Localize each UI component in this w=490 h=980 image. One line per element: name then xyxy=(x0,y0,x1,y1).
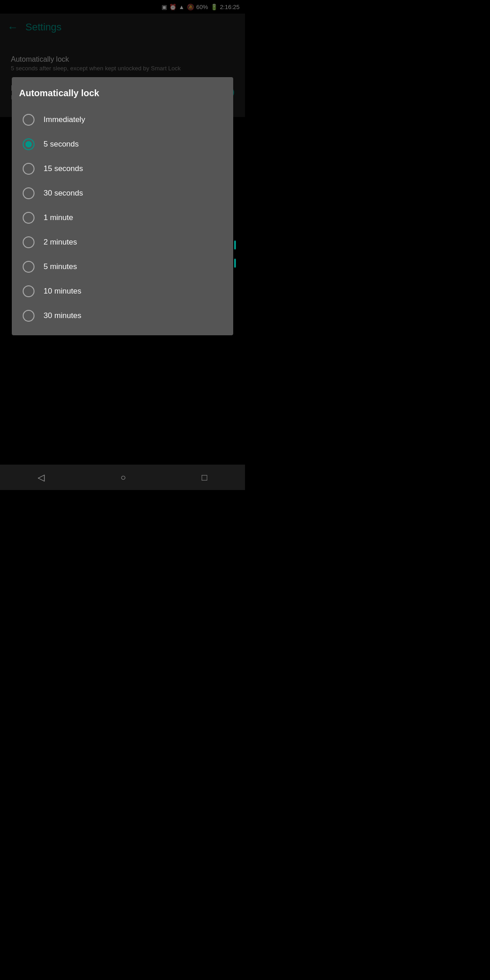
nav-home-button[interactable]: ○ xyxy=(120,472,126,483)
radio-circle-5seconds xyxy=(23,138,34,150)
radio-option-1minute[interactable]: 1 minute xyxy=(19,206,226,230)
bottom-nav: ◁ ○ □ xyxy=(0,465,245,490)
radio-circle-2minutes xyxy=(23,236,34,248)
radio-label-5seconds: 5 seconds xyxy=(44,140,79,149)
radio-option-30seconds[interactable]: 30 seconds xyxy=(19,181,226,206)
radio-label-2minutes: 2 minutes xyxy=(44,238,77,247)
radio-option-15seconds[interactable]: 15 seconds xyxy=(19,157,226,181)
radio-label-5minutes: 5 minutes xyxy=(44,262,77,271)
auto-lock-dialog: Automatically lock Immediately5 seconds1… xyxy=(12,77,233,335)
radio-circle-immediately xyxy=(23,114,34,126)
radio-label-immediately: Immediately xyxy=(44,115,85,124)
radio-option-30minutes[interactable]: 30 minutes xyxy=(19,304,226,328)
radio-label-15seconds: 15 seconds xyxy=(44,164,83,173)
radio-circle-30minutes xyxy=(23,310,34,322)
scroll-indicator-2 xyxy=(234,259,236,268)
dialog-title: Automatically lock xyxy=(19,88,226,98)
nav-recents-button[interactable]: □ xyxy=(201,472,207,483)
nav-back-button[interactable]: ◁ xyxy=(38,472,44,483)
radio-circle-10minutes xyxy=(23,285,34,297)
radio-option-5minutes[interactable]: 5 minutes xyxy=(19,255,226,279)
radio-option-10minutes[interactable]: 10 minutes xyxy=(19,279,226,304)
radio-circle-1minute xyxy=(23,212,34,224)
radio-option-immediately[interactable]: Immediately xyxy=(19,108,226,132)
radio-options-list: Immediately5 seconds15 seconds30 seconds… xyxy=(19,108,226,328)
radio-circle-30seconds xyxy=(23,187,34,199)
radio-label-1minute: 1 minute xyxy=(44,213,73,222)
radio-label-30minutes: 30 minutes xyxy=(44,311,81,320)
radio-option-5seconds[interactable]: 5 seconds xyxy=(19,132,226,157)
radio-label-30seconds: 30 seconds xyxy=(44,189,83,198)
radio-circle-5minutes xyxy=(23,261,34,273)
radio-circle-15seconds xyxy=(23,163,34,175)
scroll-indicator-1 xyxy=(234,240,236,250)
radio-option-2minutes[interactable]: 2 minutes xyxy=(19,230,226,255)
radio-label-10minutes: 10 minutes xyxy=(44,287,81,296)
